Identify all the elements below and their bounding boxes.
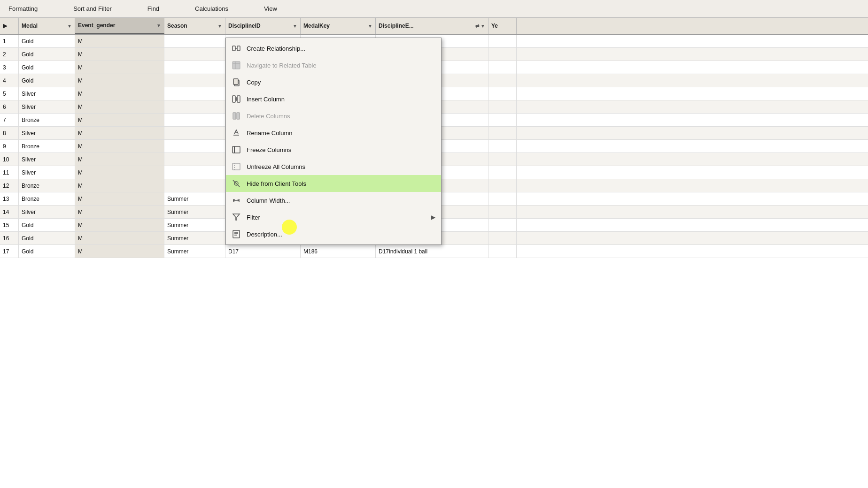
cell-event-gender: M — [75, 35, 164, 47]
cell-ye — [488, 192, 517, 205]
cell-rownum: 11 — [0, 166, 19, 179]
col-rownum-label: ▶ — [3, 23, 7, 29]
menu-icon-column-width — [230, 195, 243, 206]
toolbar-calculations[interactable]: Calculations — [191, 3, 232, 14]
col-disciplinee-label: DisciplineE... — [379, 23, 414, 29]
menu-icon-insert-column — [230, 93, 243, 105]
cell-season — [164, 48, 225, 61]
svg-rect-18 — [232, 163, 240, 170]
cell-rownum: 12 — [0, 179, 19, 192]
cell-event-gender: M — [75, 232, 164, 244]
cell-event-gender: M — [75, 245, 164, 258]
menu-item-copy[interactable]: Copy — [226, 74, 441, 91]
col-season-dropdown[interactable]: ▼ — [217, 23, 222, 29]
menu-icon-create-relationship — [230, 43, 243, 54]
col-header-ye[interactable]: Ye — [488, 18, 517, 34]
cell-ye — [488, 153, 517, 166]
cell-season: Summer — [164, 206, 225, 218]
menu-icon-delete-columns — [230, 110, 243, 122]
menu-label-description: Description... — [247, 231, 435, 238]
cell-medal: Bronze — [19, 179, 75, 192]
menu-item-rename-column[interactable]: Rename Column — [226, 124, 441, 141]
cell-ye — [488, 87, 517, 100]
svg-rect-3 — [232, 61, 240, 69]
cell-medal: Silver — [19, 87, 75, 100]
toolbar-sort-filter[interactable]: Sort and Filter — [70, 3, 116, 14]
menu-label-create-relationship: Create Relationship... — [247, 45, 435, 52]
cell-event-gender: M — [75, 192, 164, 205]
cell-rownum: 17 — [0, 245, 19, 258]
col-medal-dropdown[interactable]: ▼ — [67, 23, 72, 29]
menu-item-create-relationship[interactable]: Create Relationship... — [226, 40, 441, 57]
svg-rect-0 — [232, 46, 235, 51]
col-disciplineid-label: DisciplineID — [228, 23, 261, 29]
col-event-gender-dropdown[interactable]: ▼ — [156, 23, 161, 28]
cell-season: Summer — [164, 245, 225, 258]
cell-season — [164, 74, 225, 87]
col-header-disciplinee[interactable]: DisciplineE... ⇄ ▼ — [376, 18, 488, 34]
cell-season — [164, 127, 225, 139]
menu-icon-hide-from-client-tools — [230, 178, 243, 189]
svg-rect-24 — [233, 230, 240, 238]
cell-season: Summer — [164, 232, 225, 244]
col-header-event-gender[interactable]: Event_gender ▼ — [75, 18, 164, 34]
menu-icon-copy — [230, 76, 243, 88]
cell-season — [164, 114, 225, 126]
menu-item-unfreeze-all-columns[interactable]: Unfreeze All Columns — [226, 158, 441, 175]
menu-label-filter: Filter — [247, 214, 431, 221]
menu-item-filter[interactable]: Filter ▶ — [226, 209, 441, 226]
menu-label-copy: Copy — [247, 79, 435, 86]
cell-medalkey: M186 — [301, 245, 376, 258]
cell-rownum: 10 — [0, 153, 19, 166]
col-ye-label: Ye — [491, 23, 498, 29]
cell-ye — [488, 206, 517, 218]
col-header-disciplineid[interactable]: DisciplineID ▼ — [225, 18, 301, 34]
cell-rownum: 5 — [0, 87, 19, 100]
cell-medal: Gold — [19, 74, 75, 87]
cell-rownum: 3 — [0, 61, 19, 74]
cell-ye — [488, 232, 517, 244]
cell-disciplineid: D17 — [225, 245, 301, 258]
cell-rownum: 9 — [0, 140, 19, 152]
menu-icon-navigate-related-table — [230, 60, 243, 71]
col-header-medal[interactable]: Medal ▼ — [19, 18, 75, 34]
cell-event-gender: M — [75, 166, 164, 179]
toolbar-view[interactable]: View — [260, 3, 281, 14]
toolbar-formatting[interactable]: Formatting — [5, 3, 41, 14]
cell-ye — [488, 245, 517, 258]
cell-ye — [488, 100, 517, 113]
svg-rect-12 — [233, 113, 236, 119]
menu-label-unfreeze-all-columns: Unfreeze All Columns — [247, 163, 435, 170]
cell-event-gender: M — [75, 87, 164, 100]
menu-item-description[interactable]: Description... — [226, 226, 441, 243]
cell-season — [164, 166, 225, 179]
cell-event-gender: M — [75, 114, 164, 126]
col-disciplineid-dropdown[interactable]: ▼ — [293, 23, 297, 29]
menu-item-insert-column[interactable]: Insert Column — [226, 91, 441, 107]
cell-season: Summer — [164, 219, 225, 231]
cell-medal: Gold — [19, 219, 75, 231]
menu-item-hide-from-client-tools[interactable]: Hide from Client Tools — [226, 175, 441, 192]
svg-line-21 — [233, 180, 240, 187]
col-medalkey-dropdown[interactable]: ▼ — [368, 23, 372, 29]
toolbar-find[interactable]: Find — [144, 3, 163, 14]
cell-medal: Bronze — [19, 192, 75, 205]
cell-medal: Bronze — [19, 140, 75, 152]
cell-disciplinee: D17individual 1 ball — [376, 245, 488, 258]
menu-item-column-width[interactable]: Column Width... — [226, 192, 441, 209]
col-header-season[interactable]: Season ▼ — [164, 18, 225, 34]
cell-medal: Gold — [19, 232, 75, 244]
col-event-gender-label: Event_gender — [78, 22, 115, 29]
cell-ye — [488, 74, 517, 87]
cell-medal: Gold — [19, 35, 75, 47]
menu-icon-rename-column — [230, 127, 243, 138]
col-header-rownum[interactable]: ▶ — [0, 18, 19, 34]
cell-ye — [488, 48, 517, 61]
cell-medal: Silver — [19, 166, 75, 179]
cell-medal: Bronze — [19, 114, 75, 126]
cell-medal: Silver — [19, 153, 75, 166]
menu-item-freeze-columns[interactable]: Freeze Columns — [226, 141, 441, 158]
cell-event-gender: M — [75, 100, 164, 113]
col-header-medalkey[interactable]: MedalKey ▼ — [301, 18, 376, 34]
cell-season — [164, 179, 225, 192]
